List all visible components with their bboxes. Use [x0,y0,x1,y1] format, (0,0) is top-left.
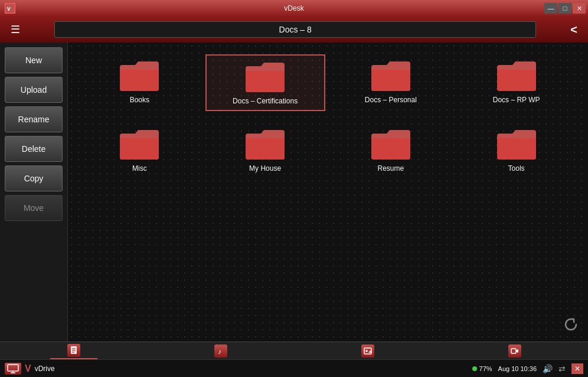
refresh-button[interactable] [563,317,579,334]
status-monitor-icon [5,363,21,375]
svg-rect-10 [8,365,18,371]
taskbar-icon-video [508,344,521,358]
volume-icon[interactable]: 🔊 [543,364,553,373]
battery-indicator [472,366,477,371]
minimize-button[interactable]: — [544,3,557,14]
taskbar-icon-music: ♪ [214,344,227,358]
folder-label-resume: Resume [378,164,404,173]
rename-button[interactable]: Rename [5,106,63,132]
folder-icon-tools [496,128,537,161]
title-bar: v vDesk — □ ✕ [0,0,588,17]
path-label: Docs – 8 [279,25,312,34]
path-bar: Docs – 8 [54,21,536,38]
delete-button[interactable]: Delete [5,136,63,162]
folder-label-docs-personal: Docs – Personal [365,96,417,104]
folder-label-misc: Misc [132,164,147,173]
app-window: ☰ Docs – 8 < New Upload Rename Delete Co… [0,17,588,359]
new-button[interactable]: New [5,47,63,73]
taskbar-item-music[interactable]: ♪ [197,343,244,359]
close-button[interactable]: ✕ [573,3,586,14]
maximize-button[interactable]: □ [558,3,571,14]
folder-my-house[interactable]: My House [205,123,325,177]
move-button[interactable]: Move [5,195,63,221]
status-vdrive-label: vDrive [35,365,55,373]
file-area: Books Docs – Certifications [68,43,588,342]
folder-icon-my-house [244,128,286,161]
folder-tools[interactable]: Tools [456,123,576,177]
folder-resume[interactable]: Resume [331,123,451,177]
taskbar-item-docs[interactable] [50,343,97,359]
status-bar: V vDrive 77% Aug 10 10:36 🔊 ⇄ ✕ [0,359,588,377]
hamburger-button[interactable]: ☰ [6,21,25,38]
app-icon: v [5,3,15,14]
folder-books[interactable]: Books [80,54,200,111]
taskbar-icon-docs [67,344,80,357]
window-controls: — □ ✕ [544,3,586,14]
folder-label-my-house: My House [249,164,281,173]
svg-rect-9 [511,349,516,353]
transfer-icon[interactable]: ⇄ [558,364,566,373]
header-bar: ☰ Docs – 8 < [0,17,588,43]
folder-label-books: Books [130,96,149,104]
folder-icon-docs-personal [370,59,411,92]
window-title: vDesk [284,4,303,12]
content-area: New Upload Rename Delete Copy Move Books [0,43,588,342]
status-v-letter: V [25,363,31,374]
status-battery: 77% [472,365,492,372]
copy-button[interactable]: Copy [5,165,63,191]
taskbar-item-video[interactable] [491,343,538,359]
battery-percent: 77% [479,365,492,372]
svg-point-8 [365,350,368,352]
folder-label-docs-certifications: Docs – Certifications [233,97,298,105]
back-button[interactable]: < [566,21,582,39]
folder-docs-personal[interactable]: Docs – Personal [331,54,451,111]
svg-text:♪: ♪ [218,347,221,356]
folder-docs-certifications[interactable]: Docs – Certifications [205,54,325,111]
taskbar: ♪ [0,342,588,359]
taskbar-item-photos[interactable] [344,343,391,359]
folder-icon-books [119,59,160,92]
folder-misc[interactable]: Misc [80,123,200,177]
folder-label-tools: Tools [508,164,525,173]
folder-label-docs-rpwp: Docs – RP WP [493,96,540,104]
status-time: Aug 10 10:36 [498,365,537,372]
status-close-button[interactable]: ✕ [571,363,583,374]
status-right: 77% Aug 10 10:36 🔊 ⇄ ✕ [472,363,583,374]
folder-icon-docs-certifications [244,60,286,93]
svg-text:v: v [7,5,11,12]
taskbar-icon-photos [361,344,374,358]
folder-icon-resume [370,128,411,161]
file-grid: Books Docs – Certifications [80,54,576,177]
folder-icon-docs-rpwp [496,59,537,92]
status-vdrive: V vDrive [5,363,468,375]
sidebar: New Upload Rename Delete Copy Move [0,43,68,342]
folder-docs-rpwp[interactable]: Docs – RP WP [456,54,576,111]
upload-button[interactable]: Upload [5,77,63,103]
folder-icon-misc [119,128,160,161]
